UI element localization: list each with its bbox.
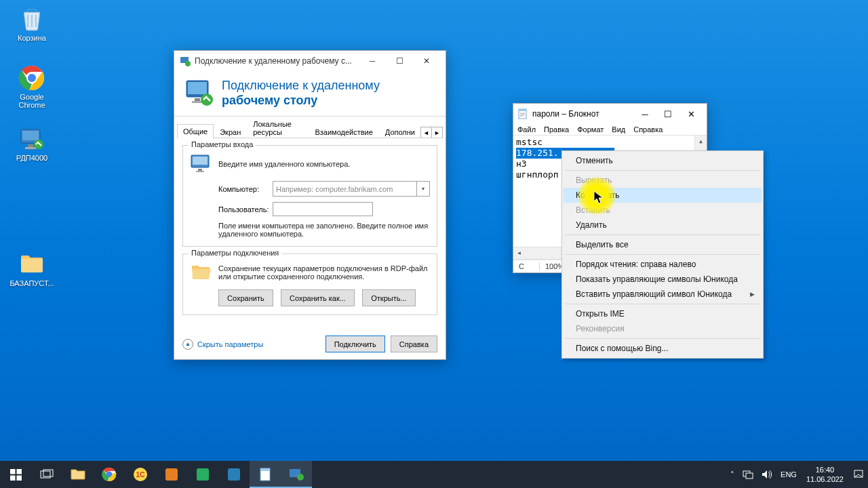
taskbar-app-1c[interactable]: 1C bbox=[125, 461, 156, 488]
menu-edit[interactable]: Правка bbox=[544, 125, 569, 134]
login-warning: Поле имени компьютера не заполнено. Введ… bbox=[190, 222, 430, 238]
separator bbox=[565, 254, 760, 255]
svg-rect-16 bbox=[193, 157, 208, 165]
menu-format[interactable]: Формат bbox=[577, 125, 604, 134]
save-button[interactable]: Сохранить bbox=[218, 289, 273, 306]
minimize-button[interactable]: ─ bbox=[633, 105, 656, 123]
svg-rect-36 bbox=[228, 468, 240, 481]
tray-network-icon[interactable] bbox=[738, 461, 757, 488]
rdp-header: Подключение к удаленному рабочему столу bbox=[174, 71, 446, 116]
menu-view[interactable]: Вид bbox=[612, 125, 625, 134]
ctx-bing-search[interactable]: Поиск с помощью Bing... bbox=[564, 341, 762, 356]
ctx-reconvert[interactable]: Реконверсия bbox=[564, 321, 762, 336]
taskbar-app-green[interactable] bbox=[187, 461, 218, 488]
taskbar-chrome[interactable] bbox=[94, 461, 125, 488]
tab-display[interactable]: Экран bbox=[214, 125, 247, 139]
label-user: Пользователь: bbox=[218, 205, 273, 214]
start-button[interactable] bbox=[0, 461, 31, 488]
desktop-icon-folder[interactable]: БАЗАПУСТ... bbox=[8, 251, 56, 287]
group-legend: Параметры подключения bbox=[189, 249, 281, 257]
ctx-delete[interactable]: Удалить bbox=[564, 218, 762, 232]
tab-general[interactable]: Общие bbox=[177, 124, 214, 139]
menu-file[interactable]: Файл bbox=[517, 125, 536, 134]
taskbar-rdp[interactable] bbox=[281, 461, 312, 488]
connect-button[interactable]: Подключить bbox=[326, 336, 385, 352]
hide-options-link[interactable]: ▲ Скрыть параметры bbox=[182, 339, 263, 350]
ctx-copy[interactable]: Копировать bbox=[564, 188, 762, 203]
chevron-up-icon: ▲ bbox=[182, 339, 193, 350]
ctx-rtl[interactable]: Порядок чтения: справа налево bbox=[564, 257, 762, 272]
ctx-cut[interactable]: Вырезать bbox=[564, 173, 762, 188]
tray-chevron-up-icon[interactable]: ˄ bbox=[726, 461, 738, 488]
conn-hint-row: Сохранение текущих параметров подключени… bbox=[190, 261, 430, 284]
username-input[interactable] bbox=[273, 202, 373, 216]
svg-point-2 bbox=[28, 74, 36, 82]
minimize-button[interactable]: ─ bbox=[359, 52, 386, 70]
svg-rect-17 bbox=[198, 169, 202, 171]
tray-volume-icon[interactable] bbox=[757, 461, 776, 488]
system-tray: ˄ ENG 16:40 11.06.2022 bbox=[726, 461, 868, 488]
separator bbox=[565, 338, 760, 339]
ctx-select-all[interactable]: Выделить все bbox=[564, 237, 762, 252]
scroll-left-icon[interactable]: ◄ bbox=[513, 247, 525, 259]
group-login-params: Параметры входа Введите имя удаленного к… bbox=[182, 145, 437, 247]
login-hint-text: Введите имя удаленного компьютера. bbox=[218, 160, 350, 168]
close-button[interactable]: ✕ bbox=[679, 105, 703, 123]
ctx-open-ime[interactable]: Открыть IME bbox=[564, 306, 762, 321]
ctx-paste[interactable]: Вставить bbox=[564, 203, 762, 218]
close-button[interactable]: ✕ bbox=[413, 52, 440, 70]
desktop-icon-label: Google Chrome bbox=[8, 93, 56, 109]
menu-help[interactable]: Справка bbox=[633, 125, 663, 134]
svg-rect-34 bbox=[165, 468, 178, 481]
svg-rect-6 bbox=[25, 147, 36, 149]
svg-point-14 bbox=[201, 94, 213, 106]
desktop-icon-chrome[interactable]: Google Chrome bbox=[8, 64, 56, 109]
taskbar-explorer[interactable] bbox=[62, 461, 94, 488]
tab-local-resources[interactable]: Локальные ресурсы bbox=[247, 117, 309, 139]
help-button[interactable]: Справка bbox=[391, 336, 437, 352]
separator bbox=[565, 304, 760, 304]
maximize-button[interactable]: ☐ bbox=[386, 52, 413, 70]
svg-rect-4 bbox=[22, 131, 39, 140]
taskbar-notepad[interactable] bbox=[250, 461, 281, 488]
svg-rect-26 bbox=[10, 475, 16, 481]
svg-point-9 bbox=[185, 61, 191, 66]
rdp-titlebar[interactable]: Подключение к удаленному рабочему с... ─… bbox=[174, 51, 446, 71]
rdp-window: Подключение к удаленному рабочему с... ─… bbox=[174, 50, 446, 360]
notepad-title-text: пароли – Блокнот bbox=[532, 109, 633, 119]
desktop-icon-rdp4000[interactable]: РДП4000 bbox=[8, 125, 56, 162]
computer-combobox[interactable]: Например: computer.fabrikam.com ▾ bbox=[273, 181, 430, 197]
scroll-up-icon[interactable]: ▲ bbox=[695, 136, 707, 147]
ctx-show-unicode[interactable]: Показать управляющие символы Юникода bbox=[564, 272, 762, 287]
ctx-undo[interactable]: Отменить bbox=[564, 153, 762, 168]
taskbar-app-orange[interactable] bbox=[156, 461, 187, 488]
ctx-insert-unicode[interactable]: Вставить управляющий символ Юникода ▶ bbox=[564, 287, 762, 302]
monitor-icon bbox=[190, 152, 213, 176]
tray-language[interactable]: ENG bbox=[776, 461, 801, 488]
notepad-menubar: Файл Правка Формат Вид Справка bbox=[513, 124, 707, 135]
tab-experience[interactable]: Взаимодействие bbox=[309, 125, 378, 139]
save-as-button[interactable]: Сохранить как... bbox=[281, 289, 355, 306]
tray-clock[interactable]: 16:40 11.06.2022 bbox=[801, 461, 849, 488]
chevron-down-icon[interactable]: ▾ bbox=[416, 182, 429, 196]
rdp-icon bbox=[18, 125, 45, 152]
separator bbox=[565, 235, 760, 235]
chevron-right-icon: ▶ bbox=[750, 291, 755, 298]
open-button[interactable]: Открыть... bbox=[362, 289, 415, 306]
conn-hint-text: Сохранение текущих параметров подключени… bbox=[218, 264, 430, 281]
rdp-panel-general: Параметры входа Введите имя удаленного к… bbox=[174, 138, 446, 329]
svg-rect-25 bbox=[16, 469, 22, 474]
svg-rect-18 bbox=[196, 171, 204, 172]
notepad-line: mstsc bbox=[516, 137, 704, 148]
taskview-button[interactable] bbox=[31, 461, 62, 488]
tab-scroll-right[interactable]: ► bbox=[431, 127, 443, 138]
taskbar-app-blue[interactable] bbox=[218, 461, 250, 488]
desktop-icon-recycle-bin[interactable]: Корзина bbox=[8, 5, 56, 42]
tab-advanced[interactable]: Дополни bbox=[379, 125, 421, 139]
tray-notifications-icon[interactable] bbox=[849, 461, 868, 488]
desktop-icon-label: РДП4000 bbox=[8, 154, 56, 162]
maximize-button[interactable]: ☐ bbox=[656, 105, 679, 123]
notepad-titlebar[interactable]: пароли – Блокнот ─ ☐ ✕ bbox=[513, 104, 707, 124]
tab-scroll-left[interactable]: ◄ bbox=[420, 127, 432, 138]
svg-rect-27 bbox=[16, 475, 22, 481]
